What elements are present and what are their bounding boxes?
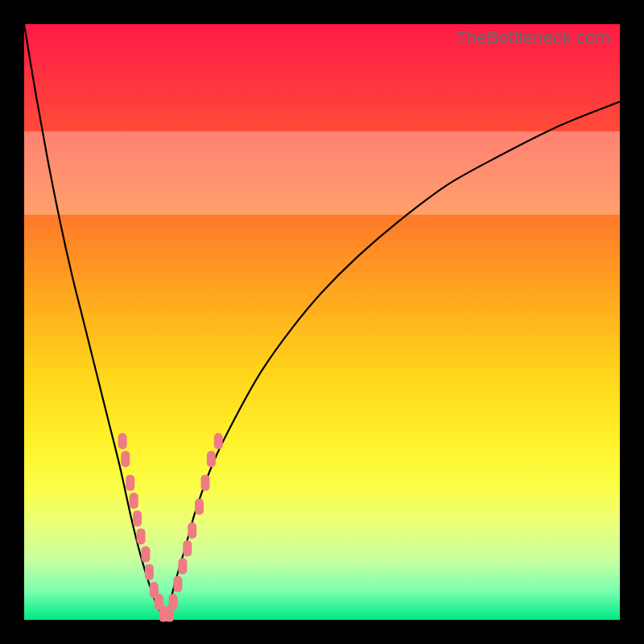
plot-area: TheBottleneck.com bbox=[24, 24, 620, 620]
data-marker bbox=[173, 576, 182, 592]
data-marker bbox=[178, 558, 187, 574]
curves-layer bbox=[24, 24, 620, 620]
data-marker bbox=[126, 475, 134, 491]
data-marker bbox=[133, 510, 142, 526]
data-marker bbox=[145, 564, 154, 580]
data-marker bbox=[188, 522, 196, 539]
data-marker bbox=[214, 433, 223, 449]
data-marker bbox=[130, 493, 138, 509]
data-marker bbox=[200, 475, 209, 491]
data-marker bbox=[137, 528, 146, 544]
highlight-band bbox=[24, 131, 620, 215]
data-marker bbox=[118, 433, 127, 449]
curve-left-branch bbox=[24, 24, 167, 620]
data-marker bbox=[195, 498, 204, 514]
data-marker bbox=[207, 451, 216, 467]
data-marker bbox=[169, 594, 178, 610]
data-marker bbox=[183, 540, 192, 556]
highlight-bands bbox=[24, 131, 620, 215]
chart-frame: TheBottleneck.com bbox=[0, 0, 644, 644]
data-marker bbox=[141, 547, 150, 563]
data-marker bbox=[121, 451, 130, 467]
